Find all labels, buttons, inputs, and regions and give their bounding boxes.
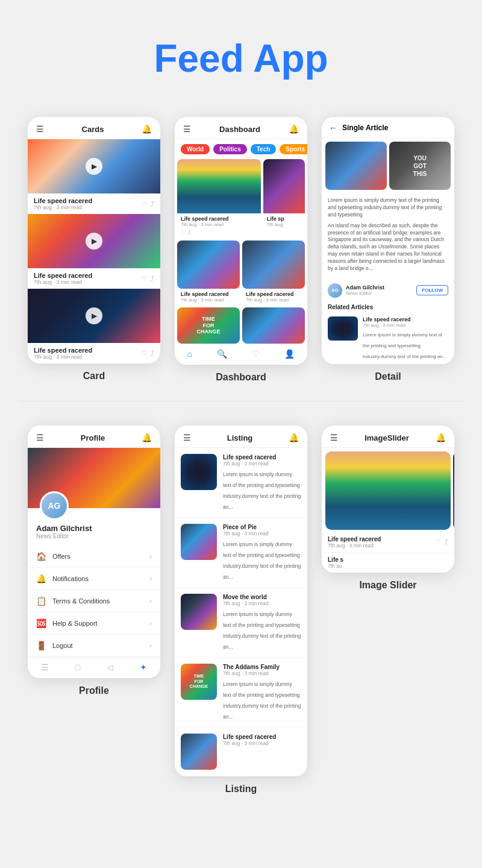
play-button-2[interactable]: ▶ bbox=[86, 233, 102, 250]
dash-bottom-left-meta: 7th aug · 3 min read bbox=[181, 297, 236, 303]
listing-body: Life speed racered 7th aug · 3 min read … bbox=[175, 448, 307, 776]
card-phone: ☰ Cards 🔔 ▶ Life speed racered 7th aug ·… bbox=[28, 117, 160, 363]
detail-title: Single Article bbox=[342, 124, 388, 132]
pill-tech[interactable]: Tech bbox=[251, 144, 277, 154]
dashboard-hamburger-icon[interactable]: ☰ bbox=[183, 124, 191, 134]
imageslider-bell-icon[interactable]: 🔔 bbox=[436, 433, 446, 442]
play-button-1[interactable]: ▶ bbox=[86, 158, 102, 175]
imageslider-screen-col: ☰ ImageSlider 🔔 Life speed racered 7th a… bbox=[322, 426, 454, 591]
offers-icon: 🏠 bbox=[36, 552, 46, 561]
card-item-2: ▶ Life speed racered 7th aug · 3 min rea… bbox=[28, 214, 160, 289]
listing-meta-3: 7th aug · 3 min read bbox=[223, 600, 301, 606]
offers-chevron: › bbox=[149, 552, 152, 561]
listing-title-1: Life speed racered bbox=[223, 454, 301, 461]
listing-desc-4: Lorem Ipsum is simply dummy text of the … bbox=[223, 681, 301, 720]
menu-terms-left: 📋 Terms & Conditions bbox=[36, 596, 110, 606]
listing-desc-1: Lorem Ipsum is simply dummy text of the … bbox=[223, 471, 301, 510]
detail-phone-header: ← Single Article bbox=[322, 117, 454, 138]
menu-notifications-left: 🔔 Notifications bbox=[36, 574, 89, 583]
menu-help-left: 🆘 Help & Support bbox=[36, 618, 98, 628]
dash-bottom-left-info: Life speed racered 7th aug · 3 min read bbox=[177, 289, 240, 305]
menu-offers[interactable]: 🏠 Offers › bbox=[28, 546, 160, 568]
dash-heart-icon[interactable]: ♡ bbox=[181, 230, 186, 236]
listing-item-2: Piece of Pie 7th aug · 3 min read Lorem … bbox=[175, 518, 307, 588]
heart-icon-2[interactable]: ♡ bbox=[141, 275, 147, 283]
listing-hamburger-icon[interactable]: ☰ bbox=[183, 433, 191, 442]
dash-big-actions: ♡ ⤴ bbox=[177, 230, 261, 238]
listing-image-3 bbox=[181, 594, 217, 630]
listing-meta-1: 7th aug · 3 min read bbox=[223, 461, 301, 467]
listing-title-2: Piece of Pie bbox=[223, 524, 301, 530]
heart-icon-1[interactable]: ♡ bbox=[141, 200, 147, 208]
nav-search-icon[interactable]: 🔍 bbox=[217, 349, 227, 359]
profile-title: Profile bbox=[81, 433, 105, 442]
dash-bottom-right-card: Life speed racered 7th aug · 3 min read bbox=[242, 241, 305, 305]
dash-small-info: Life sp 7th aug bbox=[263, 213, 305, 230]
detail-image-2: YOUGOTTHIS bbox=[389, 142, 451, 190]
dash-bottom-left-image bbox=[177, 241, 240, 289]
card-screen-col: ☰ Cards 🔔 ▶ Life speed racered 7th aug ·… bbox=[28, 117, 160, 382]
profile-label: Profile bbox=[28, 678, 160, 696]
dashboard-bell-icon[interactable]: 🔔 bbox=[289, 124, 299, 134]
slider-heart-icon[interactable]: ♡ bbox=[435, 538, 441, 546]
profile-hamburger-icon[interactable]: ☰ bbox=[36, 433, 44, 442]
dash-third-right-image bbox=[242, 307, 305, 344]
listing-title-5: Life speed racered bbox=[223, 734, 276, 740]
profile-bottom-nav: ☰ □ ◁ ✦ bbox=[28, 657, 160, 678]
author-role: News Editor bbox=[346, 291, 384, 296]
dashboard-phone-header: ☰ Dashboard 🔔 bbox=[175, 117, 307, 139]
share-icon-3[interactable]: ⤴ bbox=[151, 350, 154, 357]
related-card: Life speed racered 7th aug · 3 min read … bbox=[322, 313, 454, 364]
related-title-text: Life speed racered bbox=[363, 316, 448, 322]
imageslider-title: ImageSlider bbox=[365, 433, 409, 442]
share-icon-2[interactable]: ⤴ bbox=[151, 275, 154, 282]
dashboard-label: Dashboard bbox=[175, 365, 307, 383]
notifications-chevron: › bbox=[149, 574, 152, 583]
imageslider-hamburger-icon[interactable]: ☰ bbox=[330, 433, 338, 442]
dashboard-body: Life speed racered 7th aug · 3 min read … bbox=[175, 159, 307, 344]
card-meta-1: 7th aug · 3 min read bbox=[34, 204, 141, 210]
pill-world[interactable]: World bbox=[181, 144, 210, 154]
menu-help[interactable]: 🆘 Help & Support › bbox=[28, 612, 160, 635]
slider-row bbox=[322, 448, 454, 533]
listing-desc-3: Lorem Ipsum is simply dummy text of the … bbox=[223, 611, 301, 650]
pill-politics[interactable]: Politics bbox=[213, 144, 247, 154]
play-button-3[interactable]: ▶ bbox=[86, 307, 102, 324]
dashboard-bottom-nav: ⌂ 🔍 ♡ 👤 bbox=[175, 344, 307, 365]
related-meta: 7th aug · 3 min read bbox=[363, 322, 448, 328]
title-blue: App bbox=[253, 37, 328, 80]
menu-notifications[interactable]: 🔔 Notifications › bbox=[28, 568, 160, 590]
hamburger-icon[interactable]: ☰ bbox=[36, 124, 44, 134]
profile-screen-col: ☰ Profile 🔔 AG Adam Gilchrist News Edito… bbox=[28, 426, 160, 696]
card-body: ▶ Life speed racered 7th aug · 3 min rea… bbox=[28, 139, 160, 363]
menu-logout[interactable]: 🚪 Logout › bbox=[28, 635, 160, 657]
pill-sports[interactable]: Sports bbox=[280, 144, 307, 154]
imageslider-label: Image Slider bbox=[322, 573, 454, 591]
slider-share-icon[interactable]: ⤴ bbox=[445, 538, 448, 546]
nav-profile-icon[interactable]: 👤 bbox=[284, 349, 295, 359]
listing-image-4: TIMEFORCHANGE bbox=[181, 664, 217, 700]
imageslider-phone-header: ☰ ImageSlider 🔔 bbox=[322, 426, 454, 448]
profile-nav-bookmark[interactable]: □ bbox=[75, 662, 80, 672]
slider-image-1 bbox=[325, 451, 451, 530]
bell-icon[interactable]: 🔔 bbox=[142, 124, 152, 134]
nav-home-icon[interactable]: ⌂ bbox=[187, 349, 192, 359]
menu-terms[interactable]: 📋 Terms & Conditions › bbox=[28, 590, 160, 612]
nav-heart-icon[interactable]: ♡ bbox=[252, 349, 260, 359]
heart-icon-3[interactable]: ♡ bbox=[141, 350, 147, 357]
follow-button[interactable]: FOLLOW bbox=[416, 285, 448, 295]
profile-bell-icon[interactable]: 🔔 bbox=[142, 433, 152, 442]
back-icon[interactable]: ← bbox=[329, 123, 337, 133]
listing-title: Listing bbox=[227, 433, 253, 442]
detail-image-1 bbox=[325, 142, 387, 190]
profile-nav-user[interactable]: ✦ bbox=[140, 662, 147, 672]
profile-nav-back[interactable]: ◁ bbox=[107, 662, 113, 672]
listing-title-3: Move the world bbox=[223, 594, 301, 600]
dash-share-icon[interactable]: ⤴ bbox=[188, 230, 191, 236]
imageslider-phone: ☰ ImageSlider 🔔 Life speed racered 7th a… bbox=[322, 426, 454, 573]
share-icon-1[interactable]: ⤴ bbox=[151, 200, 154, 207]
card-info-2: Life speed racered 7th aug · 3 min read … bbox=[28, 268, 160, 289]
profile-avatar: AG bbox=[40, 491, 69, 520]
listing-bell-icon[interactable]: 🔔 bbox=[289, 433, 299, 442]
profile-nav-menu[interactable]: ☰ bbox=[41, 662, 49, 672]
